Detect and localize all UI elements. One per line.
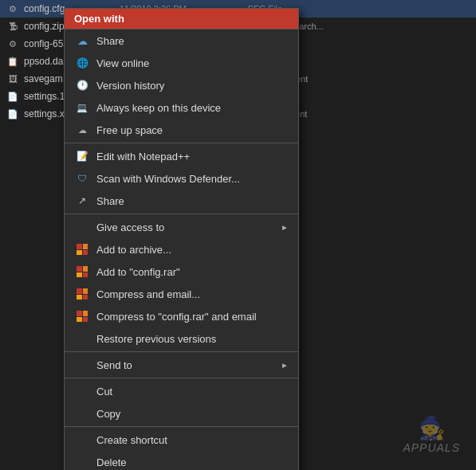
item-label-compress-email: Compress and email...	[96, 288, 289, 300]
item-label-give-access: Give access to	[96, 221, 281, 233]
item-label-create-shortcut: Create shortcut	[96, 434, 289, 446]
watermark: 🧙 APPUALS	[403, 415, 460, 454]
context-menu-header: Open with	[65, 9, 298, 29]
item-icon-add-archive	[74, 241, 90, 257]
item-icon-add-config-rar	[74, 264, 90, 280]
item-label-cut: Cut	[96, 386, 289, 398]
menu-item-cut[interactable]: Cut	[65, 380, 298, 402]
item-label-share-cloud: Share	[96, 35, 289, 47]
menu-item-scan-defender[interactable]: 🛡 Scan with Windows Defender...	[65, 167, 298, 190]
item-icon-scan-defender: 🛡	[74, 170, 90, 186]
history-icon: 🕐	[77, 80, 89, 91]
item-icon-share2: ↗	[74, 193, 90, 209]
menu-separator	[65, 378, 298, 378]
notepad-icon: 📝	[77, 151, 89, 162]
menu-item-delete[interactable]: Delete	[65, 451, 298, 470]
item-icon-compress-config-email	[74, 308, 90, 324]
item-label-send-to: Send to	[96, 359, 281, 371]
item-label-free-space: Free up space	[96, 124, 289, 136]
file-icon	[6, 108, 19, 120]
winrar-icon	[77, 244, 88, 255]
menu-separator	[65, 213, 298, 214]
item-icon-edit-notepad: 📝	[74, 148, 90, 164]
file-icon	[6, 55, 19, 68]
file-icon	[6, 72, 19, 85]
context-menu-body: ☁ Share 🌐 View online 🕐 Version history …	[65, 29, 298, 470]
item-icon-share-cloud: ☁	[74, 33, 90, 49]
context-menu: Open with ☁ Share 🌐 View online 🕐 Versio…	[64, 8, 299, 470]
menu-item-create-shortcut[interactable]: Create shortcut	[65, 429, 298, 451]
winrar-icon	[77, 266, 88, 277]
item-icon-compress-email	[74, 286, 90, 302]
winrar-icon	[77, 288, 88, 300]
menu-item-view-online[interactable]: 🌐 View online	[65, 52, 298, 74]
menu-item-edit-notepad[interactable]: 📝 Edit with Notepad++	[65, 145, 298, 167]
item-label-edit-notepad: Edit with Notepad++	[96, 151, 289, 163]
item-label-version-history: Version history	[96, 80, 289, 92]
menu-item-give-access[interactable]: Give access to ►	[65, 216, 298, 238]
item-label-compress-config-email: Compress to "config.rar" and email	[96, 311, 289, 323]
menu-item-restore-versions[interactable]: Restore previous versions	[65, 327, 298, 350]
file-icon	[6, 37, 19, 50]
item-icon-create-shortcut	[74, 432, 90, 448]
item-label-restore-versions: Restore previous versions	[96, 333, 289, 345]
item-label-view-online: View online	[96, 57, 289, 69]
item-icon-copy	[74, 405, 90, 421]
menu-item-share-cloud[interactable]: ☁ Share	[65, 29, 298, 52]
menu-item-compress-config-email[interactable]: Compress to "config.rar" and email	[65, 305, 298, 327]
file-icon	[6, 20, 19, 33]
file-icon	[6, 90, 19, 103]
defender-icon: 🛡	[77, 173, 87, 184]
submenu-arrow-give-access: ►	[281, 223, 289, 232]
watermark-text: APPUALS	[403, 441, 460, 454]
menu-item-copy[interactable]: Copy	[65, 402, 298, 425]
item-label-always-keep: Always keep on this device	[96, 102, 289, 114]
menu-item-send-to[interactable]: Send to ►	[65, 354, 298, 376]
item-label-add-archive: Add to archive...	[96, 244, 289, 256]
menu-item-add-archive[interactable]: Add to archive...	[65, 238, 298, 260]
item-icon-restore-versions	[74, 331, 90, 347]
menu-item-always-keep[interactable]: 💻 Always keep on this device	[65, 96, 298, 119]
share-icon: ↗	[78, 195, 86, 206]
menu-item-compress-email[interactable]: Compress and email...	[65, 283, 298, 305]
watermark-figure: 🧙	[418, 415, 446, 441]
item-icon-view-online: 🌐	[74, 55, 90, 71]
menu-separator	[65, 426, 298, 427]
item-icon-delete	[74, 454, 90, 470]
item-icon-give-access	[74, 219, 90, 235]
item-icon-free-space: ☁	[74, 122, 90, 138]
item-label-share2: Share	[96, 195, 289, 207]
menu-item-add-config-rar[interactable]: Add to "config.rar"	[65, 260, 298, 283]
item-label-add-config-rar: Add to "config.rar"	[96, 266, 289, 278]
menu-item-version-history[interactable]: 🕐 Version history	[65, 74, 298, 96]
submenu-arrow-send-to: ►	[281, 361, 289, 370]
winrar-icon	[77, 311, 88, 322]
file-icon	[6, 2, 19, 15]
open-with-label: Open with	[74, 13, 124, 25]
item-icon-always-keep: 💻	[74, 100, 90, 116]
item-icon-cut	[74, 383, 90, 399]
cloud-icon: ☁	[77, 35, 88, 47]
device-icon: 💻	[77, 103, 88, 113]
item-label-delete: Delete	[96, 456, 289, 468]
item-icon-version-history: 🕐	[74, 77, 90, 93]
item-label-copy: Copy	[96, 408, 289, 420]
cloud-up-icon: ☁	[78, 125, 87, 135]
menu-item-free-space[interactable]: ☁ Free up space	[65, 119, 298, 141]
menu-item-share2[interactable]: ↗ Share	[65, 190, 298, 212]
menu-separator	[65, 351, 298, 352]
menu-separator	[65, 143, 298, 143]
item-label-scan-defender: Scan with Windows Defender...	[96, 173, 289, 185]
globe-icon: 🌐	[77, 57, 89, 69]
item-icon-send-to	[74, 357, 90, 373]
